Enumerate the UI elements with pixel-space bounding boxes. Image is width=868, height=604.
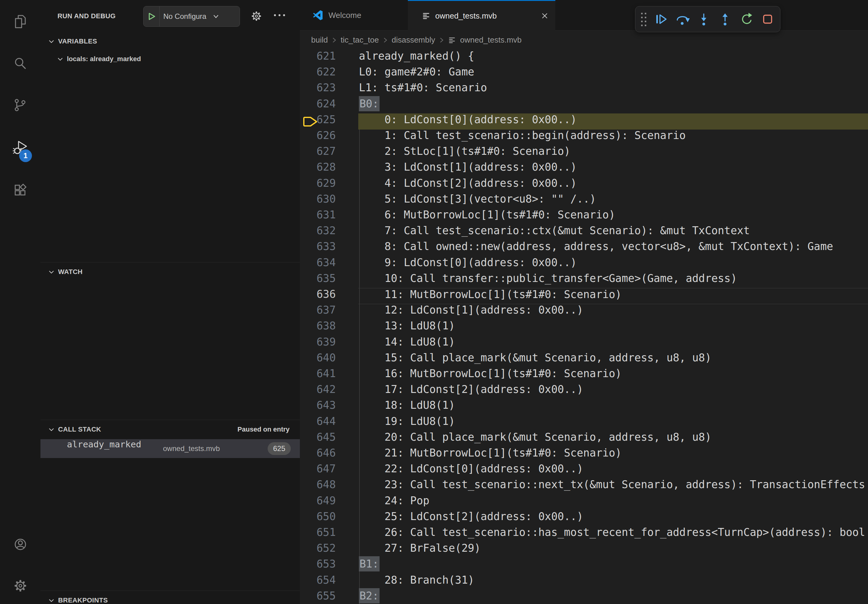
- step-into-button[interactable]: [694, 9, 714, 29]
- line-number[interactable]: 641: [300, 367, 336, 384]
- close-icon[interactable]: [541, 12, 549, 20]
- code-line[interactable]: already_marked() {: [358, 50, 868, 66]
- code-line[interactable]: 5: LdConst[3](vector<u8>: "" /..): [358, 193, 868, 209]
- stack-frame-row[interactable]: already_marked owned_tests.mvb 625: [40, 439, 300, 458]
- stop-button[interactable]: [758, 9, 778, 29]
- code-line[interactable]: 26: Call test_scenario::has_most_recent_…: [358, 526, 868, 542]
- code-line[interactable]: 15: Call place_mark(&mut Scenario, addre…: [358, 352, 868, 368]
- code-line[interactable]: 21: MutBorrowLoc[1](ts#1#0: Scenario): [358, 447, 868, 463]
- code-line[interactable]: 13: LdU8(1): [358, 320, 868, 336]
- restart-button[interactable]: [736, 9, 756, 29]
- code-line[interactable]: 10: Call transfer::public_transfer<Game>…: [358, 272, 868, 288]
- activity-search[interactable]: [0, 56, 40, 71]
- line-number[interactable]: 623: [300, 82, 336, 98]
- line-number[interactable]: 651: [300, 526, 336, 542]
- tab-welcome[interactable]: Welcome: [300, 0, 408, 30]
- code-line[interactable]: B0:: [358, 98, 868, 114]
- breadcrumb-item[interactable]: disassembly: [392, 35, 435, 45]
- line-number[interactable]: 627: [300, 145, 336, 161]
- code-line[interactable]: 3: LdConst[1](address: 0x00..): [358, 161, 868, 177]
- line-number[interactable]: 631: [300, 209, 336, 225]
- line-number[interactable]: 648: [300, 479, 336, 494]
- code-line[interactable]: 2: StLoc[1](ts#1#0: Scenario): [358, 145, 868, 161]
- code-line[interactable]: 27: BrFalse(29): [358, 542, 868, 558]
- line-number[interactable]: 640: [300, 352, 336, 368]
- line-number[interactable]: 653: [300, 558, 336, 574]
- code-line[interactable]: 14: LdU8(1): [358, 336, 868, 352]
- line-number[interactable]: 638: [300, 320, 336, 336]
- code-line[interactable]: L0: game#2#0: Game: [358, 66, 868, 82]
- line-number[interactable]: 649: [300, 494, 336, 511]
- step-out-button[interactable]: [715, 9, 735, 29]
- line-number[interactable]: 626: [300, 129, 336, 146]
- locals-scope-row[interactable]: locals: already_marked: [57, 51, 141, 67]
- code-line[interactable]: 9: LdConst[0](address: 0x00..): [358, 256, 868, 273]
- code-line[interactable]: 23: Call test_scenario::next_tx(&mut Sce…: [358, 479, 868, 494]
- config-select[interactable]: No Configura: [163, 12, 212, 21]
- drag-handle[interactable]: [638, 9, 650, 29]
- debug-config-dropdown[interactable]: No Configura: [143, 6, 240, 27]
- line-number[interactable]: 643: [300, 399, 336, 415]
- tab-owned-tests[interactable]: owned_tests.mvb: [408, 0, 555, 31]
- continue-button[interactable]: [651, 9, 671, 29]
- code-line[interactable]: 6: MutBorrowLoc[1](ts#1#0: Scenario): [358, 209, 868, 225]
- code-line[interactable]: 0: LdConst[0](address: 0x00..): [358, 113, 868, 130]
- call-stack-section-header[interactable]: CALL STACK: [48, 422, 101, 437]
- breadcrumb-item[interactable]: owned_tests.mvb: [460, 35, 522, 45]
- variables-section-header[interactable]: VARIABLES: [48, 34, 97, 49]
- more-actions-icon[interactable]: [273, 13, 286, 17]
- line-number[interactable]: 622: [300, 66, 336, 82]
- line-number[interactable]: 636: [300, 288, 336, 304]
- activity-source-control[interactable]: [0, 98, 40, 113]
- line-number[interactable]: 647: [300, 463, 336, 479]
- breadcrumb-item[interactable]: build: [311, 35, 328, 45]
- code-line[interactable]: 17: LdConst[2](address: 0x00..): [358, 383, 868, 399]
- watch-section-header[interactable]: WATCH: [48, 265, 83, 279]
- line-number[interactable]: 628: [300, 161, 336, 177]
- code-line[interactable]: L1: ts#1#0: Scenario: [358, 82, 868, 98]
- breakpoints-section-header[interactable]: BREAKPOINTS: [48, 593, 108, 604]
- line-number[interactable]: 637: [300, 304, 336, 320]
- line-number[interactable]: 634: [300, 256, 336, 273]
- line-number[interactable]: 633: [300, 240, 336, 256]
- activity-extensions[interactable]: [0, 183, 40, 198]
- line-number[interactable]: 655: [300, 590, 336, 604]
- code-line[interactable]: 11: MutBorrowLoc[1](ts#1#0: Scenario): [358, 288, 868, 304]
- breadcrumb-item[interactable]: tic_tac_toe: [341, 35, 379, 45]
- line-number[interactable]: 632: [300, 225, 336, 240]
- activity-settings[interactable]: [0, 578, 40, 593]
- code-line[interactable]: 18: LdU8(1): [358, 399, 868, 415]
- code-line[interactable]: 7: Call test_scenario::ctx(&mut Scenario…: [358, 225, 868, 240]
- line-number[interactable]: 642: [300, 383, 336, 399]
- line-number[interactable]: 629: [300, 177, 336, 193]
- line-number[interactable]: 650: [300, 510, 336, 527]
- line-number[interactable]: 646: [300, 447, 336, 463]
- code-line[interactable]: 12: LdConst[1](address: 0x00..): [358, 304, 868, 320]
- code-line[interactable]: 8: Call owned::new(address, address, vec…: [358, 240, 868, 256]
- line-number[interactable]: 635: [300, 272, 336, 288]
- code-line[interactable]: 25: LdConst[2](address: 0x00..): [358, 510, 868, 527]
- code-line[interactable]: 24: Pop: [358, 494, 868, 511]
- code-line[interactable]: 22: LdConst[0](address: 0x00..): [358, 463, 868, 479]
- code-line[interactable]: 20: Call place_mark(&mut Scenario, addre…: [358, 431, 868, 447]
- debug-settings-gear-icon[interactable]: [250, 10, 262, 22]
- line-number[interactable]: 644: [300, 415, 336, 431]
- line-number[interactable]: 630: [300, 193, 336, 209]
- start-debug-icon[interactable]: [148, 12, 156, 20]
- code-line[interactable]: 28: Branch(31): [358, 574, 868, 590]
- line-number[interactable]: 654: [300, 574, 336, 590]
- activity-account[interactable]: [0, 537, 40, 552]
- line-number[interactable]: 652: [300, 542, 336, 558]
- code-line[interactable]: 19: LdU8(1): [358, 415, 868, 431]
- line-number[interactable]: 621: [300, 50, 336, 66]
- code-line[interactable]: 16: MutBorrowLoc[1](ts#1#0: Scenario): [358, 367, 868, 384]
- code-line[interactable]: B1:: [358, 558, 868, 574]
- activity-explorer[interactable]: [0, 14, 40, 29]
- line-number[interactable]: 624: [300, 98, 336, 114]
- code-line[interactable]: 4: LdConst[2](address: 0x00..): [358, 177, 868, 193]
- line-number[interactable]: 645: [300, 431, 336, 447]
- step-over-button[interactable]: [673, 9, 693, 29]
- code-line[interactable]: 1: Call test_scenario::begin(address): S…: [358, 129, 868, 146]
- line-number[interactable]: 639: [300, 336, 336, 352]
- code-line[interactable]: B2:: [358, 590, 868, 604]
